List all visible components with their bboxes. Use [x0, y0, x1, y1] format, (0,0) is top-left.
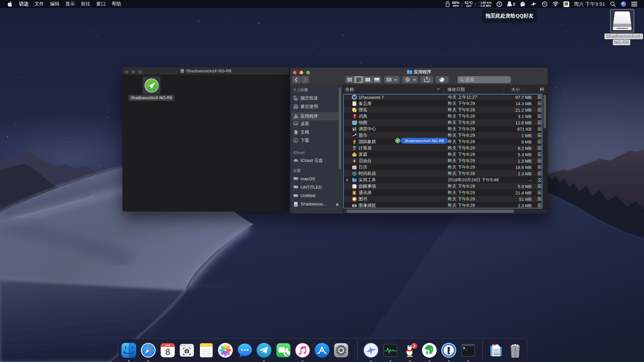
svg-text:8: 8 [165, 347, 170, 357]
svg-text:2: 2 [413, 344, 415, 348]
svg-text:12月: 12月 [165, 344, 170, 347]
svg-text:>_: >_ [463, 346, 468, 351]
svg-text:17: 17 [353, 166, 356, 169]
